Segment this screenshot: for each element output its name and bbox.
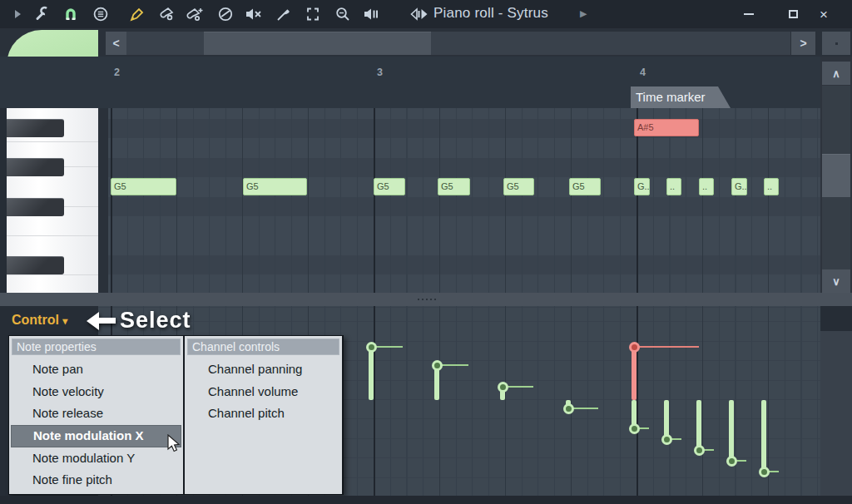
vertical-scroll-thumb[interactable] (822, 154, 850, 197)
collapse-icon[interactable] (8, 6, 27, 22)
left-arrow-icon (87, 312, 116, 330)
lollipop-handle[interactable] (759, 467, 770, 477)
note-green[interactable]: .. (666, 178, 681, 195)
white-key-separator (7, 235, 98, 236)
lollipop-handle[interactable] (563, 403, 574, 414)
black-key[interactable] (7, 256, 64, 274)
keys-grid-gap (98, 108, 108, 293)
menu-item[interactable]: Note modulation X (11, 425, 181, 447)
lollipop-handle[interactable] (661, 434, 672, 445)
lollipop-handle[interactable] (629, 423, 640, 434)
menu-item[interactable]: Note release (9, 403, 183, 425)
title-bar: Piano roll - Sytrus ▶ × (0, 0, 852, 28)
piano-roll-area: G5G5G5G5G5G5G......G....A#5 (0, 108, 852, 293)
menu-item[interactable]: Note velocity (9, 381, 183, 403)
vertical-scrollbar: ∧ ∨ (820, 57, 852, 293)
white-key-separator (7, 141, 98, 142)
timeline[interactable]: 234 Time marker (0, 57, 852, 108)
control-popup-menu: Note propertiesNote panNote velocityNote… (8, 335, 344, 495)
vertical-scroll-track[interactable] (822, 86, 850, 293)
lollipop-stem[interactable] (632, 347, 637, 400)
lollipop-handle[interactable] (726, 456, 737, 467)
white-key-separator (7, 274, 98, 275)
horizontal-scroll-track[interactable] (126, 32, 790, 55)
grid-lines (108, 108, 820, 293)
scroll-down-button[interactable]: ∨ (822, 269, 850, 293)
note-green[interactable]: G5 (374, 178, 405, 195)
section-splitter[interactable] (0, 293, 852, 306)
lollipop-duration-line (634, 346, 699, 348)
scroll-left-button[interactable]: < (106, 32, 126, 55)
lollipop-handle[interactable] (498, 382, 508, 393)
note-green[interactable]: G.. (731, 178, 747, 195)
menu-item[interactable]: Note fine pitch (9, 469, 183, 492)
scroll-up-button[interactable]: ∧ (822, 62, 850, 85)
horizontal-scroll-thumb[interactable] (204, 32, 431, 55)
menu-item[interactable]: Note modulation Y (9, 447, 183, 470)
slice-icon[interactable] (275, 6, 293, 22)
playback-icon[interactable] (363, 6, 381, 22)
menu-item[interactable]: Note pan (9, 358, 183, 381)
menu-section-header: Channel controls (187, 338, 339, 355)
wrench-icon[interactable] (33, 6, 52, 22)
paint-sequence-icon[interactable] (186, 6, 205, 22)
lane-scroll-track[interactable] (820, 331, 852, 496)
menu-item[interactable]: Channel panning (185, 358, 342, 381)
scroll-right-button[interactable]: > (791, 32, 815, 55)
note-green[interactable]: G5 (243, 178, 307, 195)
control-selector[interactable]: Control ▾ (12, 313, 67, 328)
event-editor: Control ▾ Select Note propertiesNote pan… (0, 306, 852, 496)
lollipop-handle[interactable] (629, 342, 640, 353)
mute-icon[interactable] (245, 6, 263, 22)
minimize-button[interactable] (738, 7, 760, 22)
scroll-options-button[interactable] (822, 32, 850, 55)
menu-section-header: Note properties (12, 338, 181, 355)
black-key[interactable] (7, 158, 64, 176)
menu-icon[interactable] (92, 6, 110, 22)
mouse-cursor (166, 434, 183, 454)
horizontal-scroll-row: < > (0, 28, 852, 57)
select-annotation: Select (87, 308, 191, 334)
note-green[interactable]: .. (699, 178, 714, 195)
zoom-icon[interactable] (334, 6, 352, 22)
note-green[interactable]: G5 (111, 178, 176, 195)
piano-keys[interactable] (7, 108, 98, 293)
delete-icon[interactable] (216, 6, 235, 22)
paint-brush-icon[interactable] (157, 6, 176, 22)
time-marker-tab[interactable]: Time marker (631, 86, 731, 108)
lollipop-handle[interactable] (366, 342, 377, 353)
title-caret-icon[interactable]: ▶ (580, 8, 587, 19)
draw-pencil-icon[interactable] (128, 6, 146, 22)
bar-number: 2 (114, 67, 120, 78)
bar-number: 4 (640, 67, 646, 78)
select-icon[interactable] (304, 6, 322, 22)
note-green[interactable]: G5 (503, 178, 534, 195)
chevron-down-icon: ▾ (62, 315, 67, 327)
magnet-icon[interactable] (62, 6, 80, 22)
bar-number: 3 (377, 67, 383, 78)
window-title: Piano roll - Sytrus (433, 5, 548, 22)
lollipop-stem[interactable] (761, 400, 766, 472)
close-button[interactable]: × (813, 7, 835, 22)
lollipop-handle[interactable] (432, 360, 443, 371)
note-green[interactable]: G5 (569, 178, 601, 195)
menu-panel: Note propertiesNote panNote velocityNote… (9, 336, 183, 494)
annotation-text: Select (120, 308, 191, 334)
lollipop-stem[interactable] (696, 400, 701, 450)
note-green[interactable]: G.. (634, 178, 650, 195)
black-key[interactable] (7, 119, 64, 137)
lollipop-handle[interactable] (694, 445, 705, 456)
note-green[interactable]: .. (764, 178, 779, 195)
note-green[interactable]: G5 (438, 178, 470, 195)
menu-item[interactable]: Channel volume (185, 381, 342, 403)
note-grid[interactable]: G5G5G5G5G5G5G......G....A#5 (108, 108, 820, 293)
maximize-button[interactable] (782, 7, 804, 22)
lollipop-stem[interactable] (729, 400, 734, 461)
lollipop-stem[interactable] (369, 347, 374, 400)
lollipop-stem[interactable] (664, 400, 669, 439)
black-key[interactable] (7, 198, 64, 216)
preview-speaker-icon[interactable] (409, 6, 428, 22)
menu-item[interactable]: Channel pitch (185, 403, 342, 425)
note-red[interactable]: A#5 (634, 119, 699, 136)
menu-panel: Channel controlsChannel panningChannel v… (185, 336, 342, 494)
